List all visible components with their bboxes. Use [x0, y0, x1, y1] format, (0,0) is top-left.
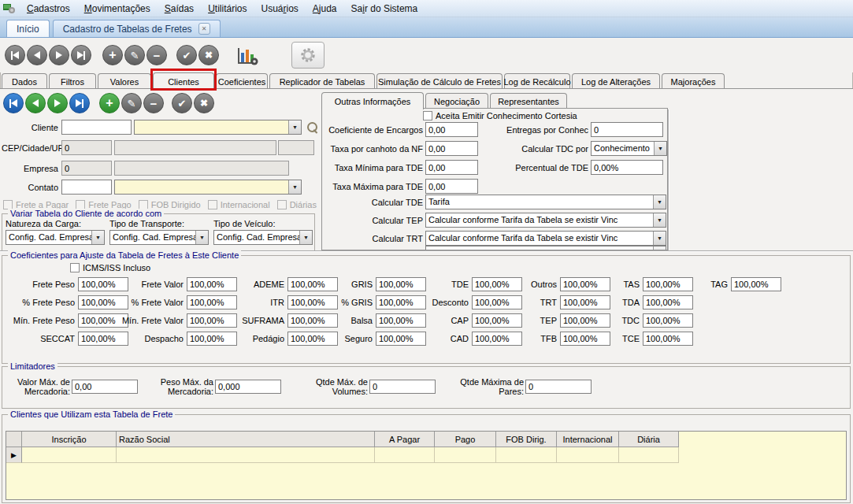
grid-cell[interactable]: [375, 447, 435, 463]
prior-record-button[interactable]: [27, 45, 47, 65]
menu-item[interactable]: Movimentações: [77, 1, 158, 17]
dropdown-arrow-icon[interactable]: ▼: [195, 231, 208, 244]
edit-record-button[interactable]: ✎: [124, 45, 145, 65]
empresa-code-input[interactable]: [61, 161, 112, 176]
grid-column-header[interactable]: FOB Dirig.: [496, 432, 557, 447]
search-icon[interactable]: [307, 122, 317, 132]
calcular-tdc-combo[interactable]: Conhecimento ▼: [591, 141, 667, 156]
client-insert-button[interactable]: +: [99, 93, 120, 113]
grid-column-header[interactable]: Diária: [619, 432, 679, 447]
dropdown-arrow-icon[interactable]: ▼: [299, 231, 312, 244]
coeficiente-input[interactable]: [472, 277, 522, 291]
menu-item[interactable]: Saídas: [158, 1, 201, 17]
menu-item[interactable]: Ajuda: [306, 1, 344, 17]
coeficiente-input[interactable]: [560, 277, 610, 291]
post-record-button[interactable]: ✔: [176, 45, 197, 65]
client-last-button[interactable]: [69, 93, 90, 113]
coeficiente-input[interactable]: [560, 313, 610, 328]
calc-combo[interactable]: Tarifa ▼: [425, 195, 666, 209]
first-record-button[interactable]: [5, 45, 25, 65]
dropdown-arrow-icon[interactable]: ▼: [288, 120, 301, 134]
coeficiente-input[interactable]: [287, 295, 338, 309]
page-tab[interactable]: Log de Alterações: [572, 73, 660, 89]
grid-cell[interactable]: [496, 447, 557, 463]
field-input[interactable]: [425, 160, 478, 175]
info-tab[interactable]: Outras Informações: [321, 92, 424, 109]
grid-cell[interactable]: [435, 447, 496, 463]
cidade-input[interactable]: [114, 140, 276, 155]
page-tab[interactable]: Log de Recálculo: [504, 73, 570, 89]
dropdown-arrow-icon[interactable]: ▼: [653, 232, 666, 245]
checkbox-icon[interactable]: [423, 111, 432, 120]
menu-item[interactable]: Usuários: [254, 1, 305, 17]
next-record-button[interactable]: [49, 45, 69, 65]
client-delete-button[interactable]: −: [143, 93, 164, 113]
page-tab[interactable]: Simulação de Cálculo de Fretes: [376, 73, 503, 89]
coeficiente-input[interactable]: [472, 332, 522, 346]
grid-data-row[interactable]: ▶: [6, 447, 846, 463]
coeficiente-input[interactable]: [78, 295, 128, 309]
checkbox-icon[interactable]: [277, 200, 287, 209]
menu-item[interactable]: Utilitários: [201, 1, 254, 17]
cliente-combo[interactable]: ▼: [134, 120, 302, 135]
coeficiente-input[interactable]: [78, 313, 128, 328]
coeficiente-input[interactable]: [560, 295, 610, 309]
page-tab[interactable]: Clientes: [153, 72, 214, 90]
percentual-tde-input[interactable]: [591, 160, 663, 175]
icms-checkbox-item[interactable]: ICMS/ISS Incluso: [70, 263, 150, 272]
coeficiente-input[interactable]: [287, 277, 338, 291]
cliente-code-input[interactable]: [61, 120, 132, 135]
dropdown-arrow-icon[interactable]: ▼: [91, 231, 104, 244]
grid-column-header[interactable]: Razão Social: [117, 432, 375, 447]
coeficiente-input[interactable]: [187, 332, 237, 346]
coeficiente-input[interactable]: [472, 313, 522, 328]
insert-record-button[interactable]: +: [102, 45, 123, 65]
menu-item[interactable]: Sair do Sistema: [344, 1, 425, 17]
client-prior-button[interactable]: [25, 93, 46, 113]
contato-combo[interactable]: ▼: [114, 180, 302, 195]
grid-cell[interactable]: [619, 447, 679, 463]
coeficiente-input[interactable]: [187, 277, 237, 291]
dropdown-arrow-icon[interactable]: ▼: [654, 142, 666, 155]
entregas-input[interactable]: [591, 122, 663, 137]
coeficiente-input[interactable]: [376, 277, 426, 291]
field-input[interactable]: [425, 179, 478, 194]
checkbox-icon[interactable]: [70, 263, 80, 272]
coeficiente-input[interactable]: [187, 313, 237, 328]
grid-column-header[interactable]: Inscrição: [22, 432, 117, 447]
coeficiente-input[interactable]: [731, 277, 781, 291]
client-edit-button[interactable]: ✎: [121, 93, 142, 113]
flag-checkbox-item[interactable]: Diárias: [277, 200, 317, 209]
coeficiente-input[interactable]: [78, 277, 128, 291]
coeficiente-input[interactable]: [187, 295, 237, 309]
grid-column-header[interactable]: Pago: [435, 432, 496, 447]
grid-column-header[interactable]: A Pagar: [375, 432, 435, 447]
page-tab[interactable]: Replicador de Tabelas: [269, 73, 375, 89]
cortesia-checkbox-item[interactable]: Aceita Emitir Conhecimento Cortesia: [423, 111, 577, 120]
dropdown-arrow-icon[interactable]: ▼: [653, 213, 666, 227]
coeficiente-input[interactable]: [376, 332, 426, 346]
limitador-input[interactable]: [215, 380, 281, 394]
uf-input[interactable]: [278, 140, 314, 155]
last-record-button[interactable]: [71, 45, 91, 65]
coeficiente-input[interactable]: [643, 295, 693, 309]
variar-field-combo[interactable]: Config. Cad. Empresa ▼: [6, 230, 105, 245]
info-tab[interactable]: Representantes: [490, 93, 567, 109]
dropdown-arrow-icon[interactable]: ▼: [653, 195, 666, 209]
coeficiente-input[interactable]: [560, 332, 610, 346]
dropdown-arrow-icon[interactable]: ▼: [288, 180, 301, 194]
coeficiente-input[interactable]: [643, 332, 693, 346]
empresa-nome-input[interactable]: [114, 161, 289, 176]
limitador-input[interactable]: [369, 380, 436, 394]
menu-item[interactable]: Cadastros: [20, 1, 77, 17]
contato-code-input[interactable]: [61, 180, 112, 195]
grid-cell[interactable]: [557, 447, 619, 463]
client-next-button[interactable]: [47, 93, 68, 113]
cancel-record-button[interactable]: ✖: [198, 45, 219, 65]
field-input[interactable]: [425, 122, 478, 137]
flag-checkbox-item[interactable]: Internacional: [208, 200, 270, 209]
coeficiente-input[interactable]: [643, 313, 693, 328]
info-tab[interactable]: Negociação: [425, 93, 488, 109]
page-tab[interactable]: Valores: [98, 73, 151, 89]
page-tab[interactable]: Coeficientes: [216, 73, 268, 89]
